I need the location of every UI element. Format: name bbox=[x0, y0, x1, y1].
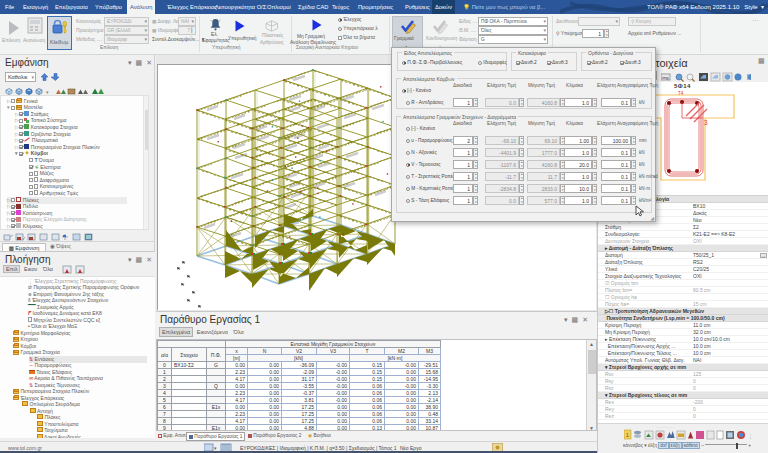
svg-text:Τ4: Τ4 bbox=[678, 91, 684, 96]
svg-text:⋮: ⋮ bbox=[748, 433, 753, 439]
svg-text:3: 3 bbox=[704, 119, 708, 126]
svg-text:img: img bbox=[662, 75, 668, 80]
